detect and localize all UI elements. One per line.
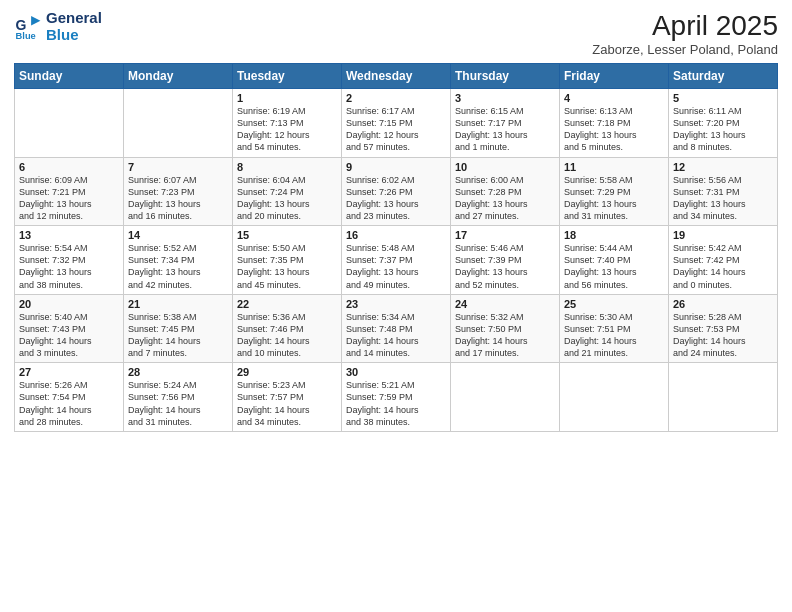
day-info: Sunrise: 6:15 AM Sunset: 7:17 PM Dayligh…: [455, 105, 555, 154]
day-cell: 17Sunrise: 5:46 AM Sunset: 7:39 PM Dayli…: [451, 226, 560, 295]
page: G Blue General Blue April 2025 Zaborze, …: [0, 0, 792, 612]
day-cell: 2Sunrise: 6:17 AM Sunset: 7:15 PM Daylig…: [342, 89, 451, 158]
day-number: 10: [455, 161, 555, 173]
day-cell: 27Sunrise: 5:26 AM Sunset: 7:54 PM Dayli…: [15, 363, 124, 432]
day-number: 4: [564, 92, 664, 104]
day-cell: 23Sunrise: 5:34 AM Sunset: 7:48 PM Dayli…: [342, 294, 451, 363]
day-info: Sunrise: 6:11 AM Sunset: 7:20 PM Dayligh…: [673, 105, 773, 154]
day-cell: 1Sunrise: 6:19 AM Sunset: 7:13 PM Daylig…: [233, 89, 342, 158]
day-number: 17: [455, 229, 555, 241]
day-cell: [15, 89, 124, 158]
day-info: Sunrise: 5:50 AM Sunset: 7:35 PM Dayligh…: [237, 242, 337, 291]
day-cell: 13Sunrise: 5:54 AM Sunset: 7:32 PM Dayli…: [15, 226, 124, 295]
day-cell: 20Sunrise: 5:40 AM Sunset: 7:43 PM Dayli…: [15, 294, 124, 363]
day-number: 26: [673, 298, 773, 310]
weekday-header-saturday: Saturday: [669, 64, 778, 89]
day-cell: 29Sunrise: 5:23 AM Sunset: 7:57 PM Dayli…: [233, 363, 342, 432]
day-cell: 8Sunrise: 6:04 AM Sunset: 7:24 PM Daylig…: [233, 157, 342, 226]
day-number: 9: [346, 161, 446, 173]
logo-blue: Blue: [46, 27, 102, 44]
day-info: Sunrise: 5:40 AM Sunset: 7:43 PM Dayligh…: [19, 311, 119, 360]
day-info: Sunrise: 5:34 AM Sunset: 7:48 PM Dayligh…: [346, 311, 446, 360]
day-cell: 18Sunrise: 5:44 AM Sunset: 7:40 PM Dayli…: [560, 226, 669, 295]
day-cell: 12Sunrise: 5:56 AM Sunset: 7:31 PM Dayli…: [669, 157, 778, 226]
day-number: 15: [237, 229, 337, 241]
day-number: 19: [673, 229, 773, 241]
week-row-2: 6Sunrise: 6:09 AM Sunset: 7:21 PM Daylig…: [15, 157, 778, 226]
day-number: 16: [346, 229, 446, 241]
logo: G Blue General Blue: [14, 10, 102, 43]
day-info: Sunrise: 5:54 AM Sunset: 7:32 PM Dayligh…: [19, 242, 119, 291]
day-info: Sunrise: 5:52 AM Sunset: 7:34 PM Dayligh…: [128, 242, 228, 291]
weekday-header-row: SundayMondayTuesdayWednesdayThursdayFrid…: [15, 64, 778, 89]
day-cell: 25Sunrise: 5:30 AM Sunset: 7:51 PM Dayli…: [560, 294, 669, 363]
day-cell: [669, 363, 778, 432]
day-info: Sunrise: 5:21 AM Sunset: 7:59 PM Dayligh…: [346, 379, 446, 428]
day-number: 29: [237, 366, 337, 378]
day-number: 3: [455, 92, 555, 104]
day-info: Sunrise: 6:09 AM Sunset: 7:21 PM Dayligh…: [19, 174, 119, 223]
day-number: 13: [19, 229, 119, 241]
main-title: April 2025: [592, 10, 778, 42]
week-row-3: 13Sunrise: 5:54 AM Sunset: 7:32 PM Dayli…: [15, 226, 778, 295]
day-info: Sunrise: 5:30 AM Sunset: 7:51 PM Dayligh…: [564, 311, 664, 360]
week-row-5: 27Sunrise: 5:26 AM Sunset: 7:54 PM Dayli…: [15, 363, 778, 432]
day-number: 2: [346, 92, 446, 104]
day-cell: 15Sunrise: 5:50 AM Sunset: 7:35 PM Dayli…: [233, 226, 342, 295]
day-info: Sunrise: 5:58 AM Sunset: 7:29 PM Dayligh…: [564, 174, 664, 223]
week-row-4: 20Sunrise: 5:40 AM Sunset: 7:43 PM Dayli…: [15, 294, 778, 363]
day-cell: [560, 363, 669, 432]
day-info: Sunrise: 5:26 AM Sunset: 7:54 PM Dayligh…: [19, 379, 119, 428]
logo-icon: G Blue: [14, 13, 42, 41]
day-number: 6: [19, 161, 119, 173]
day-info: Sunrise: 5:23 AM Sunset: 7:57 PM Dayligh…: [237, 379, 337, 428]
day-cell: 28Sunrise: 5:24 AM Sunset: 7:56 PM Dayli…: [124, 363, 233, 432]
title-block: April 2025 Zaborze, Lesser Poland, Polan…: [592, 10, 778, 57]
day-cell: 21Sunrise: 5:38 AM Sunset: 7:45 PM Dayli…: [124, 294, 233, 363]
weekday-header-monday: Monday: [124, 64, 233, 89]
day-number: 28: [128, 366, 228, 378]
day-info: Sunrise: 6:02 AM Sunset: 7:26 PM Dayligh…: [346, 174, 446, 223]
weekday-header-wednesday: Wednesday: [342, 64, 451, 89]
weekday-header-tuesday: Tuesday: [233, 64, 342, 89]
day-number: 21: [128, 298, 228, 310]
day-cell: 24Sunrise: 5:32 AM Sunset: 7:50 PM Dayli…: [451, 294, 560, 363]
day-number: 12: [673, 161, 773, 173]
header: G Blue General Blue April 2025 Zaborze, …: [14, 10, 778, 57]
day-info: Sunrise: 5:24 AM Sunset: 7:56 PM Dayligh…: [128, 379, 228, 428]
day-info: Sunrise: 5:44 AM Sunset: 7:40 PM Dayligh…: [564, 242, 664, 291]
day-cell: 7Sunrise: 6:07 AM Sunset: 7:23 PM Daylig…: [124, 157, 233, 226]
day-cell: 26Sunrise: 5:28 AM Sunset: 7:53 PM Dayli…: [669, 294, 778, 363]
calendar-table: SundayMondayTuesdayWednesdayThursdayFrid…: [14, 63, 778, 432]
subtitle: Zaborze, Lesser Poland, Poland: [592, 42, 778, 57]
day-cell: 22Sunrise: 5:36 AM Sunset: 7:46 PM Dayli…: [233, 294, 342, 363]
svg-text:Blue: Blue: [16, 31, 36, 41]
day-info: Sunrise: 5:48 AM Sunset: 7:37 PM Dayligh…: [346, 242, 446, 291]
day-info: Sunrise: 5:56 AM Sunset: 7:31 PM Dayligh…: [673, 174, 773, 223]
day-cell: 9Sunrise: 6:02 AM Sunset: 7:26 PM Daylig…: [342, 157, 451, 226]
day-info: Sunrise: 6:04 AM Sunset: 7:24 PM Dayligh…: [237, 174, 337, 223]
day-number: 22: [237, 298, 337, 310]
day-number: 18: [564, 229, 664, 241]
day-info: Sunrise: 6:07 AM Sunset: 7:23 PM Dayligh…: [128, 174, 228, 223]
day-number: 8: [237, 161, 337, 173]
day-number: 1: [237, 92, 337, 104]
day-info: Sunrise: 5:38 AM Sunset: 7:45 PM Dayligh…: [128, 311, 228, 360]
day-info: Sunrise: 6:19 AM Sunset: 7:13 PM Dayligh…: [237, 105, 337, 154]
day-info: Sunrise: 5:36 AM Sunset: 7:46 PM Dayligh…: [237, 311, 337, 360]
day-info: Sunrise: 6:17 AM Sunset: 7:15 PM Dayligh…: [346, 105, 446, 154]
day-cell: 14Sunrise: 5:52 AM Sunset: 7:34 PM Dayli…: [124, 226, 233, 295]
day-number: 14: [128, 229, 228, 241]
day-info: Sunrise: 5:32 AM Sunset: 7:50 PM Dayligh…: [455, 311, 555, 360]
day-number: 30: [346, 366, 446, 378]
day-number: 7: [128, 161, 228, 173]
day-number: 25: [564, 298, 664, 310]
day-cell: 6Sunrise: 6:09 AM Sunset: 7:21 PM Daylig…: [15, 157, 124, 226]
week-row-1: 1Sunrise: 6:19 AM Sunset: 7:13 PM Daylig…: [15, 89, 778, 158]
day-info: Sunrise: 5:46 AM Sunset: 7:39 PM Dayligh…: [455, 242, 555, 291]
day-cell: 5Sunrise: 6:11 AM Sunset: 7:20 PM Daylig…: [669, 89, 778, 158]
weekday-header-sunday: Sunday: [15, 64, 124, 89]
day-number: 5: [673, 92, 773, 104]
day-cell: 19Sunrise: 5:42 AM Sunset: 7:42 PM Dayli…: [669, 226, 778, 295]
day-cell: [124, 89, 233, 158]
